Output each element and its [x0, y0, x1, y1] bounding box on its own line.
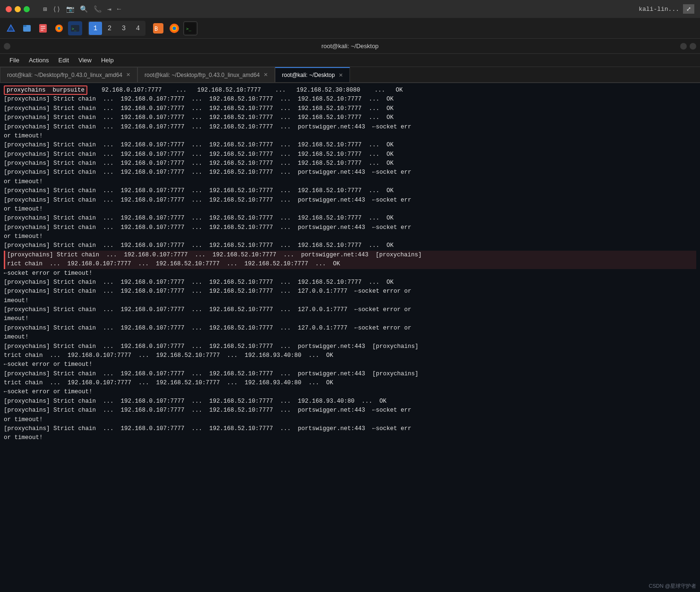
terminal-icon[interactable]: >_ [68, 21, 82, 35]
tl-6: or timeout! [4, 132, 696, 141]
svg-point-17 [173, 26, 176, 30]
menu-help[interactable]: Help [97, 56, 118, 65]
terminal-dot-3[interactable] [690, 43, 696, 50]
firefox-icon[interactable] [52, 21, 66, 35]
term-tab-2-label: root@kali: ~/Desktop/frp_0.43.0_linux_am… [145, 72, 260, 78]
tl-5: [proxychains] Strict chain ... 192.168.0… [4, 123, 696, 132]
tab-1[interactable]: 1 [89, 22, 102, 35]
terminal-titlebar: root@kali: ~/Desktop [0, 39, 700, 54]
terminal-dot-2[interactable] [680, 43, 687, 50]
tabs-bar: root@kali: ~/Desktop/frp_0.43.0_linux_am… [0, 67, 700, 83]
tl-30: trict chain ... 192.168.0.107:7777 ... 1… [4, 351, 696, 360]
term-tab-1-label: root@kali: ~/Desktop/frp_0.43.0_linux_am… [7, 72, 122, 78]
term-tab-3-close[interactable]: ✕ [339, 72, 343, 78]
tl-16: [proxychains] Strict chain ... 192.168.0… [4, 223, 696, 232]
terminal-title-right [680, 43, 696, 50]
tl-4: [proxychains] Strict chain ... 192.168.0… [4, 113, 696, 122]
menubar: File Actions Edit View Help [0, 54, 700, 67]
screenshot-icon[interactable]: 📷 [66, 5, 74, 13]
terminal-content[interactable]: proxychains burpsuite 92.168.0.107:7777 … [0, 83, 700, 592]
terminal-window-title: root@kali: ~/Desktop [321, 42, 378, 50]
tl-34: ←socket error or timeout! [4, 388, 696, 397]
tl-29: [proxychains] Strict chain ... 192.168.0… [4, 342, 696, 351]
tl-25: [proxychains] Strict chain ... 192.168.0… [4, 305, 696, 314]
share-icon[interactable]: ⇥ [107, 5, 111, 13]
titlebar-right: kali-lin... ⤢ [639, 4, 694, 14]
term-tab-1-close[interactable]: ✕ [126, 72, 130, 78]
titlebar-title: kali-lin... [639, 6, 679, 13]
tl-32: [proxychains] Strict chain ... 192.168.0… [4, 370, 696, 379]
svg-rect-7 [41, 30, 43, 31]
taskbar-apps-right: B >_ [151, 21, 197, 35]
tl-13: [proxychains] Strict chain ... 192.168.0… [4, 196, 696, 205]
watermark: CSDN @星球守护者 [649, 582, 696, 590]
term-tab-3[interactable]: root@kali: ~/Desktop ✕ [275, 67, 350, 82]
kali-icon[interactable] [4, 21, 18, 35]
tl-24: imeout! [4, 296, 696, 305]
tl-39: or timeout! [4, 433, 696, 442]
tl-2: [proxychains] Strict chain ... 192.168.0… [4, 95, 696, 104]
svg-text:B: B [154, 25, 158, 32]
tab-4[interactable]: 4 [131, 22, 145, 35]
menu-view[interactable]: View [75, 56, 95, 65]
terminal-line-cmd: proxychains burpsuite 92.168.0.107:7777 … [4, 86, 696, 95]
tl-27: [proxychains] Strict chain ... 192.168.0… [4, 324, 696, 333]
tl-10: [proxychains] Strict chain ... 192.168.0… [4, 168, 696, 177]
sidebar-icon[interactable]: ⊞ [43, 5, 47, 13]
tl-37: or timeout! [4, 415, 696, 424]
svg-rect-5 [41, 26, 45, 27]
tab-group: 1 2 3 4 [88, 21, 145, 36]
terminal-dot-1[interactable] [4, 43, 10, 50]
titlebar-icons: ⊞ ⟨⟩ 📷 🔍 📞 ⇥ ← [43, 5, 121, 13]
term-tab-3-label: root@kali: ~/Desktop [282, 72, 335, 78]
expand-button[interactable]: ⤢ [683, 4, 694, 14]
tab-2[interactable]: 2 [103, 22, 116, 35]
taskbar: >_ 1 2 3 4 B >_ [0, 18, 700, 39]
tl-36: [proxychains] Strict chain ... 192.168.0… [4, 406, 696, 415]
titlebar: ⊞ ⟨⟩ 📷 🔍 📞 ⇥ ← kali-lin... ⤢ [0, 0, 700, 18]
tl-26: imeout! [4, 314, 696, 323]
tab-3[interactable]: 3 [117, 22, 130, 35]
tl-12: [proxychains] Strict chain ... 192.168.0… [4, 186, 696, 195]
svg-point-10 [58, 27, 60, 30]
term-tab-2[interactable]: root@kali: ~/Desktop/frp_0.43.0_linux_am… [137, 67, 275, 82]
tl-3: [proxychains] Strict chain ... 192.168.0… [4, 104, 696, 113]
terminal-icon2[interactable]: >_ [183, 21, 197, 35]
tl-28: imeout! [4, 333, 696, 342]
tl-9: [proxychains] Strict chain ... 192.168.0… [4, 159, 696, 168]
terminal-title-left [4, 43, 10, 50]
tl-22: [proxychains] Strict chain ... 192.168.0… [4, 278, 696, 287]
tl-38: [proxychains] Strict chain ... 192.168.0… [4, 424, 696, 433]
close-button[interactable] [6, 6, 12, 12]
minimize-button[interactable] [15, 6, 21, 12]
firefox-icon2[interactable] [167, 21, 181, 35]
menu-actions[interactable]: Actions [25, 56, 53, 65]
text-editor-icon[interactable] [36, 21, 50, 35]
menu-edit[interactable]: Edit [55, 56, 73, 65]
tl-35: [proxychains] Strict chain ... 192.168.0… [4, 397, 696, 406]
maximize-button[interactable] [24, 6, 30, 12]
tl-17: or timeout! [4, 232, 696, 241]
tl-8: [proxychains] Strict chain ... 192.168.0… [4, 150, 696, 159]
tl-21: ←socket error or timeout! [4, 269, 696, 278]
back-icon[interactable]: ⟨⟩ [52, 5, 60, 13]
back-nav-icon[interactable]: ← [117, 5, 121, 13]
tl-7: [proxychains] Strict chain ... 192.168.0… [4, 141, 696, 150]
tl-14: or timeout! [4, 205, 696, 214]
term-tab-2-close[interactable]: ✕ [264, 72, 268, 78]
svg-rect-3 [23, 25, 26, 27]
tl-20-highlighted: rict chain ... 192.168.0.107:7777 ... 19… [4, 260, 696, 269]
tl-23: [proxychains] Strict chain ... 192.168.0… [4, 287, 696, 296]
menu-file[interactable]: File [6, 56, 23, 65]
traffic-lights [6, 6, 30, 12]
tl-11: or timeout! [4, 178, 696, 186]
svg-rect-6 [41, 28, 45, 29]
files-icon[interactable] [20, 21, 34, 35]
phone-icon[interactable]: 📞 [94, 5, 102, 13]
tl-31: ←socket error or timeout! [4, 360, 696, 369]
term-tab-1[interactable]: root@kali: ~/Desktop/frp_0.43.0_linux_am… [0, 67, 137, 82]
tl-15: [proxychains] Strict chain ... 192.168.0… [4, 214, 696, 223]
tl-33: trict chain ... 192.168.0.107:7777 ... 1… [4, 379, 696, 388]
search-icon[interactable]: 🔍 [80, 5, 88, 13]
burp-icon[interactable]: B [151, 21, 165, 35]
